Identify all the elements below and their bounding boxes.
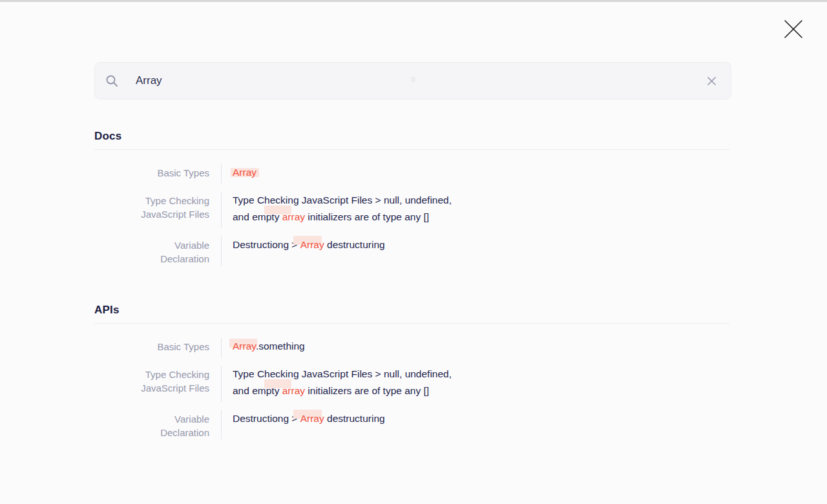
result-content: Destructiong > Array destructuring (221, 236, 385, 266)
highlight-match: Array (233, 341, 256, 352)
result-row[interactable]: Type CheckingJavaScript Files Type Check… (94, 192, 729, 228)
section-divider (94, 323, 729, 324)
section-divider (94, 149, 729, 150)
result-label: VariableDeclaration (94, 410, 221, 439)
result-row[interactable]: Type CheckingJavaScript Files Type Check… (94, 366, 729, 402)
content: Docs Basic Types Array Type CheckingJava… (94, 129, 729, 477)
result-content: Type Checking JavaScript Files > null, u… (221, 366, 452, 402)
highlight-match: Array (233, 167, 256, 178)
result-label: Type CheckingJavaScript Files (94, 366, 221, 402)
result-label: Basic Types (94, 164, 221, 184)
result-list: Basic Types Array.something Type Checkin… (94, 338, 729, 439)
result-label: VariableDeclaration (94, 236, 221, 266)
clear-icon (706, 76, 717, 87)
result-label: Basic Types (94, 338, 221, 357)
search-results-section: APIs Basic Types Array.something Type Ch… (94, 303, 729, 439)
result-row[interactable]: VariableDeclaration Destructiong > Array… (94, 410, 729, 439)
window-top-edge (0, 0, 827, 2)
result-content: Array.something (221, 338, 305, 357)
result-list: Basic Types Array Type CheckingJavaScrip… (94, 164, 729, 266)
search-clear-button[interactable] (704, 74, 719, 89)
section-title: APIs (94, 303, 729, 317)
result-label: Type CheckingJavaScript Files (94, 192, 221, 228)
result-row[interactable]: Basic Types Array.something (94, 338, 729, 357)
result-content: Array (221, 164, 256, 184)
mouse-cursor-artifact (411, 77, 415, 82)
close-button[interactable] (782, 17, 805, 41)
result-row[interactable]: Basic Types Array (94, 164, 729, 184)
highlight-match: Array (300, 413, 324, 424)
search-icon (105, 74, 118, 87)
search-results-section: Docs Basic Types Array Type CheckingJava… (94, 129, 729, 266)
section-title: Docs (94, 129, 729, 143)
result-content: Type Checking JavaScript Files > null, u… (221, 192, 452, 228)
highlight-match: Array (300, 239, 324, 250)
search-input[interactable] (136, 74, 704, 87)
result-row[interactable]: VariableDeclaration Destructiong > Array… (94, 236, 729, 266)
highlight-match: array (282, 385, 305, 396)
close-icon (783, 19, 804, 39)
result-content: Destructiong > Array destructuring (221, 410, 385, 439)
highlight-match: array (282, 211, 305, 222)
